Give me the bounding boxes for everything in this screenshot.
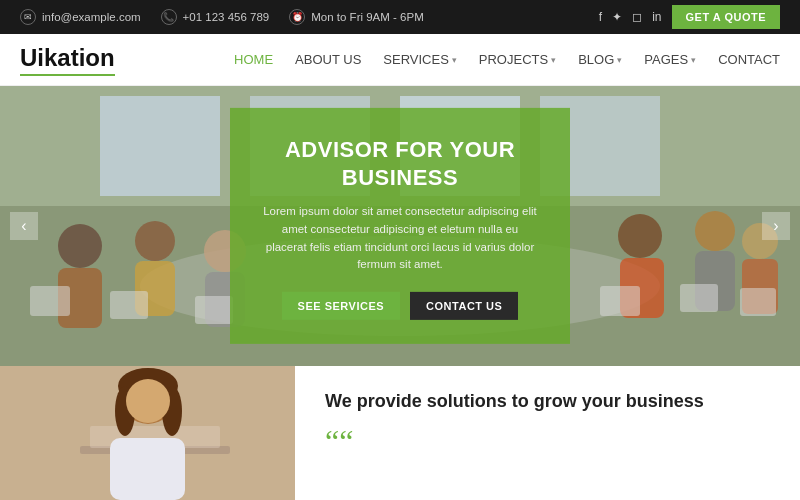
svg-rect-33 xyxy=(110,438,185,500)
hero-prev-arrow[interactable]: ‹ xyxy=(10,212,38,240)
email-icon: ✉ xyxy=(20,9,36,25)
hero-buttons: SEE SERVICES CONTACT US xyxy=(260,292,540,320)
svg-point-7 xyxy=(58,224,102,268)
nav-projects[interactable]: PROJECTS ▾ xyxy=(479,52,556,67)
facebook-icon[interactable]: f xyxy=(599,10,602,24)
hours-info: ⏰ Mon to Fri 9AM - 6PM xyxy=(289,9,423,25)
svg-rect-19 xyxy=(30,286,70,316)
hero-title: ADVISOR FOR YOURBUSINESS xyxy=(260,136,540,191)
email-text: info@example.com xyxy=(42,11,141,23)
get-quote-button[interactable]: GET A QUOTE xyxy=(672,5,780,29)
phone-icon: 📞 xyxy=(161,9,177,25)
logo[interactable]: Uikation xyxy=(20,44,115,76)
nav-pages[interactable]: PAGES ▾ xyxy=(644,52,696,67)
svg-point-13 xyxy=(618,214,662,258)
nav-bar: Uikation HOME ABOUT US SERVICES ▾ PROJEC… xyxy=(0,34,800,86)
nav-services[interactable]: SERVICES ▾ xyxy=(383,52,457,67)
twitter-icon[interactable]: ✦ xyxy=(612,10,622,24)
bottom-content: We provide solutions to grow your busine… xyxy=(295,366,800,500)
svg-point-9 xyxy=(135,221,175,261)
svg-rect-2 xyxy=(100,96,220,196)
hero-section: ADVISOR FOR YOURBUSINESS Lorem ipsum dol… xyxy=(0,86,800,366)
nav-blog[interactable]: BLOG ▾ xyxy=(578,52,622,67)
svg-rect-24 xyxy=(740,288,776,316)
svg-point-32 xyxy=(126,379,170,423)
top-bar-left: ✉ info@example.com 📞 +01 123 456 789 ⏰ M… xyxy=(20,9,424,25)
top-bar: ✉ info@example.com 📞 +01 123 456 789 ⏰ M… xyxy=(0,0,800,34)
instagram-icon[interactable]: ◻ xyxy=(632,10,642,24)
svg-point-15 xyxy=(695,211,735,251)
quote-mark: ““ xyxy=(325,425,770,457)
svg-rect-23 xyxy=(680,284,718,312)
nav-contact[interactable]: CONTACT xyxy=(718,52,780,67)
top-bar-right: f ✦ ◻ in GET A QUOTE xyxy=(599,5,780,29)
svg-rect-21 xyxy=(195,296,233,324)
phone-text: +01 123 456 789 xyxy=(183,11,270,23)
linkedin-icon[interactable]: in xyxy=(652,10,661,24)
projects-caret: ▾ xyxy=(551,55,556,65)
bottom-title: We provide solutions to grow your busine… xyxy=(325,390,770,413)
hours-text: Mon to Fri 9AM - 6PM xyxy=(311,11,423,23)
nav-links: HOME ABOUT US SERVICES ▾ PROJECTS ▾ BLOG… xyxy=(234,52,780,67)
clock-icon: ⏰ xyxy=(289,9,305,25)
bottom-person-image xyxy=(0,366,295,500)
social-icons: f ✦ ◻ in xyxy=(599,10,662,24)
phone-info: 📞 +01 123 456 789 xyxy=(161,9,270,25)
blog-caret: ▾ xyxy=(617,55,622,65)
pages-caret: ▾ xyxy=(691,55,696,65)
hero-content-box: ADVISOR FOR YOURBUSINESS Lorem ipsum dol… xyxy=(230,108,570,344)
svg-rect-20 xyxy=(110,291,148,319)
contact-us-button[interactable]: CONTACT US xyxy=(410,292,518,320)
svg-rect-22 xyxy=(600,286,640,316)
see-services-button[interactable]: SEE SERVICES xyxy=(282,292,401,320)
nav-home[interactable]: HOME xyxy=(234,52,273,67)
nav-about[interactable]: ABOUT US xyxy=(295,52,361,67)
hero-description: Lorem ipsum dolor sit amet consectetur a… xyxy=(260,203,540,274)
email-info: ✉ info@example.com xyxy=(20,9,141,25)
bottom-section: We provide solutions to grow your busine… xyxy=(0,366,800,500)
hero-next-arrow[interactable]: › xyxy=(762,212,790,240)
services-caret: ▾ xyxy=(452,55,457,65)
